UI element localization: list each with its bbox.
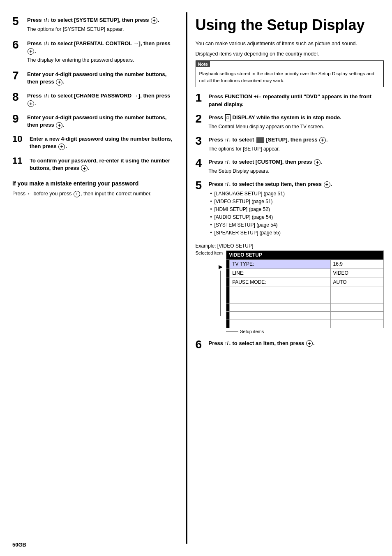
step-10-content: Enter a new 4-digit password using the n…: [30, 135, 178, 150]
step-6-content: Press ↑/↓ to select [PARENTAL CONTROL →]…: [27, 40, 178, 64]
step-9-number: 9: [12, 113, 27, 125]
step-6: 6 Press ↑/↓ to select [PARENTAL CONTROL …: [12, 40, 178, 64]
bullet-speaker: [SPEAKER SETUP] (page 55): [210, 229, 384, 237]
row-marker-cell-2: [226, 269, 230, 278]
step-5-content: Press ↑/↓ to select [SYSTEM SETUP], then…: [27, 16, 178, 33]
step-7-title: Enter your 4-digit password using the nu…: [27, 71, 178, 86]
rstep-4-number: 4: [196, 158, 209, 169]
rstep-3-body: The options for [SETUP] appear.: [209, 145, 384, 153]
step-8-number: 8: [12, 91, 27, 103]
row-marker-3: [220, 289, 223, 298]
step-6-title: Press ↑/↓ to select [PARENTAL CONTROL →]…: [27, 40, 178, 55]
row-label-pause: PAUSE MODE:: [230, 278, 330, 287]
rstep-1: 1 Press FUNCTION +/– repeatedly until "D…: [196, 93, 384, 108]
row-value-tvtype: 16:9: [330, 259, 383, 269]
rstep-1-title: Press FUNCTION +/– repeatedly until "DVD…: [209, 93, 384, 108]
step-5-body: The options for [SYSTEM SETUP] appear.: [27, 25, 178, 33]
rstep-2-number: 2: [196, 113, 209, 125]
rstep-5-content: Press ↑/↓ to select the setup item, then…: [209, 181, 384, 237]
rstep-2-title: Press □ DISPLAY while the system is in s…: [209, 114, 384, 121]
table-row-tvtype: TV TYPE: 16:9: [226, 259, 384, 269]
step-7: 7 Enter your 4-digit password using the …: [12, 71, 178, 86]
step-8: 8 Press ↑/↓ to select [CHANGE PASSWORD →…: [12, 92, 178, 107]
setup-items-label: Setup items: [240, 329, 264, 334]
rstep-2-body: The Control Menu display appears on the …: [209, 123, 384, 130]
bullet-hdmi: [HDMI SETUP] (page 52): [210, 206, 384, 213]
step-9-title: Enter your 4-digit password using the nu…: [27, 114, 178, 129]
diagram-wrapper: Selected item ▶: [196, 250, 384, 334]
row-marker-2: [220, 280, 223, 289]
setup-items-line: [226, 331, 238, 331]
diagram-example-label: Example: [VIDEO SETUP]: [196, 243, 384, 249]
rstep-4-body: The Setup Display appears.: [209, 167, 384, 175]
empty-cell-3c: [330, 303, 383, 311]
step5-bullet-list: [LANGUAGE SETUP] (page 51) [VIDEO SETUP]…: [209, 190, 384, 237]
step-6-body: The display for entering the password ap…: [27, 56, 178, 64]
empty-cell-1a: [226, 287, 230, 295]
diagram-markers: Selected item ▶: [196, 250, 223, 316]
table-row-line: LINE: VIDEO: [226, 269, 384, 278]
rstep-6-number: 6: [196, 339, 209, 350]
rstep-6-title: Press ↑/↓ to select an item, then press …: [209, 340, 384, 347]
bullet-video: [VIDEO SETUP] (page 51): [210, 198, 384, 206]
rstep-5: 5 Press ↑/↓ to select the setup item, th…: [196, 181, 384, 237]
step-9: 9 Enter your 4-digit password using the …: [12, 114, 178, 129]
note-content: Playback settings stored in the disc tak…: [196, 69, 383, 87]
note-box: Note Playback settings stored in the dis…: [196, 60, 384, 88]
step-10-number: 10: [12, 134, 30, 144]
empty-cell-3a: [226, 303, 230, 311]
table-row-empty-2: [226, 295, 384, 303]
bullet-audio: [AUDIO SETUP] (page 54): [210, 213, 384, 221]
empty-cell-4b: [230, 311, 330, 320]
step-5-number: 5: [12, 16, 27, 27]
empty-cell-5a: [226, 320, 230, 328]
left-column: 5 Press ↑/↓ to select [SYSTEM SETUP], th…: [12, 12, 186, 544]
step-9-content: Enter your 4-digit password using the nu…: [27, 114, 178, 129]
step-7-number: 7: [12, 70, 27, 81]
page-number: 50GB: [12, 542, 26, 548]
row-marker-cell-3: [226, 278, 230, 287]
rstep-6-content: Press ↑/↓ to select an item, then press …: [209, 340, 384, 347]
rstep-4: 4 Press ↑/↓ to select [CUSTOM], then pre…: [196, 158, 384, 175]
step-11-title: To confirm your password, re-enter it us…: [30, 157, 178, 172]
rstep-4-content: Press ↑/↓ to select [CUSTOM], then press…: [209, 158, 384, 175]
step-11-number: 11: [12, 156, 30, 165]
step-5: 5 Press ↑/↓ to select [SYSTEM SETUP], th…: [12, 16, 178, 33]
step-11: 11 To confirm your password, re-enter it…: [12, 157, 178, 172]
row-marker-1: [220, 271, 223, 280]
row-marker-4: [220, 298, 223, 307]
rstep-2: 2 Press □ DISPLAY while the system is in…: [196, 114, 384, 130]
step-8-content: Press ↑/↓ to select [CHANGE PASSWORD →],…: [27, 92, 178, 107]
right-column: Using the Setup Display You can make var…: [186, 12, 384, 544]
rstep-4-title: Press ↑/↓ to select [CUSTOM], then press…: [209, 158, 384, 166]
table-row-empty-1: [226, 287, 384, 295]
table-header-row: VIDEO SETUP: [226, 250, 384, 259]
diagram-container: Example: [VIDEO SETUP] Selected item ▶: [196, 243, 384, 334]
setup-table-wrapper: VIDEO SETUP TV TYPE: 16:9 LINE: VIDEO: [226, 250, 384, 334]
setup-items-annotation: Setup items: [226, 329, 384, 334]
mistake-section: If you make a mistake entering your pass…: [12, 180, 178, 198]
rstep-1-number: 1: [196, 92, 209, 104]
step-10: 10 Enter a new 4-digit password using th…: [12, 135, 178, 150]
rstep-3-number: 3: [196, 135, 209, 147]
empty-cell-5b: [230, 320, 330, 328]
table-row-empty-3: [226, 303, 384, 311]
rstep-5-title: Press ↑/↓ to select the setup item, then…: [209, 181, 384, 188]
empty-cell-2a: [226, 295, 230, 303]
mistake-body: Press ← before you press +, then input t…: [12, 190, 178, 198]
rstep-3-content: Press ↑/↓ to select [SETUP], then press …: [209, 136, 384, 153]
table-row-pause: PAUSE MODE: AUTO: [226, 278, 384, 287]
empty-cell-4a: [226, 311, 230, 320]
selected-item-label: Selected item: [196, 250, 223, 255]
table-header-cell: VIDEO SETUP: [226, 250, 384, 259]
bullet-language: [LANGUAGE SETUP] (page 51): [210, 190, 384, 198]
step-11-content: To confirm your password, re-enter it us…: [30, 157, 178, 172]
row-value-line: VIDEO: [330, 269, 383, 278]
empty-cell-1b: [230, 287, 330, 295]
step-10-title: Enter a new 4-digit password using the n…: [30, 135, 178, 150]
empty-cell-4c: [330, 311, 383, 320]
empty-cell-5c: [330, 320, 383, 328]
intro-text-2: Displayed items vary depending on the co…: [196, 50, 384, 58]
step-7-content: Enter your 4-digit password using the nu…: [27, 71, 178, 86]
row-label-line: LINE:: [230, 269, 330, 278]
